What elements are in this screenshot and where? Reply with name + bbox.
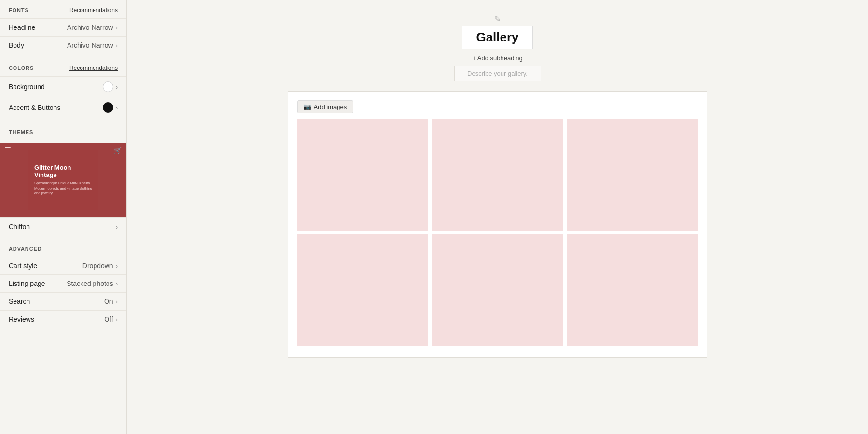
fonts-label: FONTS <box>9 7 29 13</box>
body-chevron-icon: › <box>116 42 118 49</box>
fonts-recommendations-link[interactable]: Recommendations <box>69 7 118 14</box>
headline-value: Archivo Narrow › <box>67 24 118 31</box>
search-label: Search <box>9 298 30 305</box>
cart-style-label: Cart style <box>9 262 37 270</box>
background-chevron-icon: › <box>116 83 118 91</box>
accent-buttons-label: Accent & Buttons <box>9 104 60 111</box>
gallery-container: 📷 Add images <box>288 91 707 358</box>
sidebar: FONTS Recommendations Headline Archivo N… <box>0 0 127 434</box>
fonts-section-header: FONTS Recommendations <box>0 0 126 18</box>
gallery-cell-1[interactable] <box>297 119 428 231</box>
reviews-value: Off › <box>104 315 118 323</box>
chiffon-row[interactable]: Chiffon › <box>0 217 126 235</box>
accent-buttons-row[interactable]: Accent & Buttons › <box>0 97 126 118</box>
cart-style-value: Dropdown › <box>82 262 118 270</box>
advanced-label: ADVANCED <box>9 246 42 252</box>
accent-buttons-chevron-icon: › <box>116 104 118 111</box>
body-label: Body <box>9 41 24 49</box>
cart-style-row[interactable]: Cart style Dropdown › <box>0 257 126 274</box>
headline-chevron-icon: › <box>116 24 118 31</box>
chiffon-chevron-icon: › <box>116 223 118 231</box>
listing-page-label: Listing page <box>9 280 45 287</box>
colors-recommendations-link[interactable]: Recommendations <box>69 65 118 71</box>
edit-pencil-icon: ✎ <box>494 14 501 24</box>
themes-section-header: THEMES <box>0 122 126 140</box>
add-images-button[interactable]: 📷 Add images <box>297 100 353 113</box>
gallery-cell-6[interactable] <box>567 234 698 346</box>
listing-page-chevron-icon: › <box>116 280 118 287</box>
body-row[interactable]: Body Archivo Narrow › <box>0 36 126 54</box>
listing-page-value: Stacked photos › <box>67 280 118 287</box>
reviews-label: Reviews <box>9 315 34 323</box>
describe-gallery-placeholder[interactable]: Describe your gallery. <box>454 66 541 81</box>
search-row[interactable]: Search On › <box>0 292 126 310</box>
main-canvas: ✎ Gallery + Add subheading Describe your… <box>127 0 868 434</box>
themes-section: 🛒 Glitter Moon Vintage Specializing in u… <box>0 140 126 217</box>
gallery-cell-5[interactable] <box>432 234 563 346</box>
chiffon-label: Chiffon <box>9 223 30 231</box>
headline-label: Headline <box>9 24 35 31</box>
headline-row[interactable]: Headline Archivo Narrow › <box>0 18 126 36</box>
theme-preview[interactable]: 🛒 Glitter Moon Vintage Specializing in u… <box>0 143 126 217</box>
advanced-section-header: ADVANCED <box>0 239 126 257</box>
colors-section-header: COLORS Recommendations <box>0 58 126 76</box>
add-subheading-button[interactable]: + Add subheading <box>467 52 527 65</box>
background-value: › <box>103 81 118 92</box>
background-color-swatch <box>103 81 113 92</box>
listing-page-row[interactable]: Listing page Stacked photos › <box>0 274 126 292</box>
colors-label: COLORS <box>9 65 34 71</box>
background-row[interactable]: Background › <box>0 76 126 97</box>
accent-buttons-value: › <box>103 102 118 113</box>
gallery-cell-3[interactable] <box>567 119 698 231</box>
gallery-title[interactable]: Gallery <box>462 26 532 49</box>
gallery-grid <box>297 119 698 346</box>
canvas-area: ✎ Gallery + Add subheading Describe your… <box>288 14 707 358</box>
search-value: On › <box>104 298 118 305</box>
gallery-cell-2[interactable] <box>432 119 563 231</box>
theme-menu-icon <box>5 147 11 148</box>
themes-label: THEMES <box>9 129 33 135</box>
gallery-header: ✎ Gallery + Add subheading Describe your… <box>288 14 707 81</box>
gallery-cell-4[interactable] <box>297 234 428 346</box>
reviews-chevron-icon: › <box>116 316 118 323</box>
theme-preview-card: Glitter Moon Vintage Specializing in uni… <box>28 150 98 210</box>
accent-buttons-color-swatch <box>103 102 113 113</box>
theme-store-desc: Specializing in unique Mid-Century Moder… <box>34 181 92 196</box>
theme-store-name: Glitter Moon Vintage <box>34 164 92 178</box>
cart-style-chevron-icon: › <box>116 262 118 270</box>
background-label: Background <box>9 83 45 91</box>
camera-icon: 📷 <box>303 103 311 110</box>
search-chevron-icon: › <box>116 298 118 305</box>
theme-cart-icon: 🛒 <box>113 147 122 154</box>
body-value: Archivo Narrow › <box>67 41 118 49</box>
add-images-bar: 📷 Add images <box>297 100 698 113</box>
reviews-row[interactable]: Reviews Off › <box>0 310 126 328</box>
